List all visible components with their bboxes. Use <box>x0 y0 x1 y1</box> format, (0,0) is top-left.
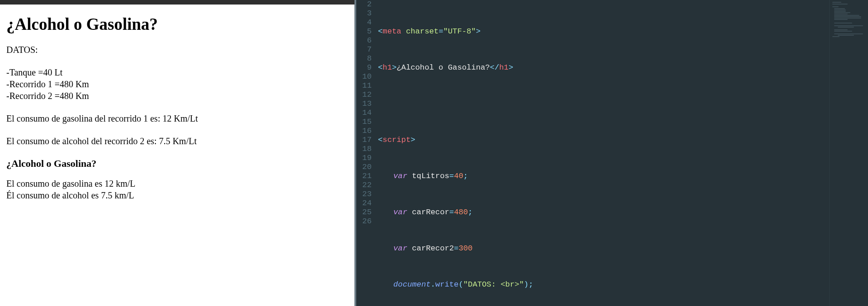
line-number: 12 <box>356 90 376 99</box>
browser-chrome-strip <box>0 0 354 5</box>
line-number: 4 <box>356 18 376 27</box>
line-number: 9 <box>356 63 376 72</box>
line-number: 11 <box>356 81 376 90</box>
code-line[interactable]: <meta charset="UTF-8"> <box>378 27 829 36</box>
line-number: 10 <box>356 72 376 81</box>
line-number: 16 <box>356 127 376 136</box>
code-line[interactable] <box>378 99 829 108</box>
line-number: 17 <box>356 136 376 145</box>
line-number: 2 <box>356 0 376 9</box>
code-area[interactable]: <meta charset="UTF-8"> <h1>¿Alcohol o Ga… <box>376 0 829 306</box>
line-number: 20 <box>356 163 376 172</box>
browser-preview-pane: ¿Alcohol o Gasolina? DATOS: -Tanque =40 … <box>0 0 356 306</box>
page-title: ¿Alcohol o Gasolina? <box>6 14 348 34</box>
line-number: 3 <box>356 9 376 18</box>
line-number: 21 <box>356 172 376 181</box>
code-line[interactable]: document.write("DATOS: <br>"); <box>378 280 829 289</box>
line-number: 6 <box>356 36 376 45</box>
line-number: 22 <box>356 181 376 190</box>
alcohol-summary-line: Él consumo de alcohol es 7.5 km/L <box>6 189 348 201</box>
line-number: 23 <box>356 190 376 199</box>
line-number-gutter: 2 3 4 5 6 7 8 9 10 11 12 13 14 15 16 17 … <box>356 0 376 306</box>
line-number: 13 <box>356 99 376 108</box>
code-line[interactable]: var tqLitros=40; <box>378 172 829 181</box>
gasolina-result-line: El consumo de gasolina del recorrido 1 e… <box>6 113 348 124</box>
line-number: 19 <box>356 154 376 163</box>
code-line[interactable]: <script> <box>378 136 829 145</box>
page-content: ¿Alcohol o Gasolina? DATOS: -Tanque =40 … <box>0 5 354 207</box>
datos-label: DATOS: <box>6 44 348 56</box>
code-line[interactable]: var carRecor2=300 <box>378 244 829 253</box>
code-editor-pane[interactable]: 2 3 4 5 6 7 8 9 10 11 12 13 14 15 16 17 … <box>356 0 868 306</box>
line-number: 18 <box>356 145 376 154</box>
line-number: 14 <box>356 108 376 118</box>
recorrido1-line: -Recorrido 1 =480 Km <box>6 78 348 90</box>
line-number: 25 <box>356 208 376 217</box>
tanque-line: -Tanque =40 Lt <box>6 66 348 78</box>
code-line[interactable]: var carRecor=480; <box>378 208 829 217</box>
line-number: 26 <box>356 217 376 226</box>
line-number: 15 <box>356 118 376 127</box>
subheading: ¿Alcohol o Gasolina? <box>6 158 348 169</box>
code-line[interactable]: <h1>¿Alcohol o Gasolina?</h1> <box>378 63 829 72</box>
line-number: 24 <box>356 199 376 208</box>
line-number: 8 <box>356 54 376 63</box>
line-number: 5 <box>356 27 376 36</box>
recorrido2-line: -Recorrido 2 =480 Km <box>6 90 348 102</box>
alcohol-result-line: El consumo de alcohol del recorrido 2 es… <box>6 135 348 147</box>
line-number: 7 <box>356 45 376 54</box>
app-root: ¿Alcohol o Gasolina? DATOS: -Tanque =40 … <box>0 0 868 306</box>
editor-minimap[interactable] <box>829 0 868 306</box>
gasolina-summary-line: El consumo de gasolina es 12 km/L <box>6 178 348 189</box>
